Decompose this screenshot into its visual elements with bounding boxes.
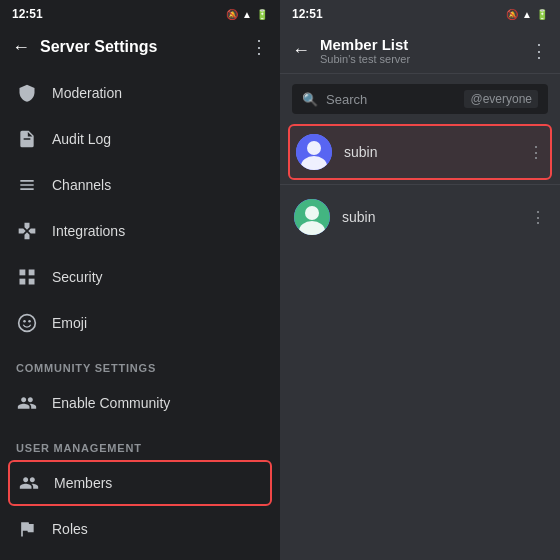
right-back-button[interactable]: ← xyxy=(292,40,310,61)
emoji-icon xyxy=(16,312,38,334)
right-notification-icon: 🔕 xyxy=(506,9,518,20)
svg-point-11 xyxy=(305,206,319,220)
svg-rect-1 xyxy=(29,270,35,276)
svg-rect-0 xyxy=(20,270,26,276)
emoji-label: Emoji xyxy=(52,315,87,331)
sidebar-item-security[interactable]: Security xyxy=(0,254,280,300)
sidebar-item-invites[interactable]: Invites xyxy=(0,552,280,560)
member-item-subin-1[interactable]: subin ⋮ xyxy=(288,124,552,180)
member-item-subin-2[interactable]: subin ⋮ xyxy=(280,189,560,245)
avatar-image-2 xyxy=(294,199,330,235)
left-panel: 12:51 🔕 ▲ 🔋 ← Server Settings ⋮ Moderati… xyxy=(0,0,280,560)
left-header: ← Server Settings ⋮ xyxy=(0,28,280,66)
moderation-label: Moderation xyxy=(52,85,122,101)
sidebar-item-enable-community[interactable]: Enable Community xyxy=(0,380,280,426)
audit-log-label: Audit Log xyxy=(52,131,111,147)
right-time: 12:51 xyxy=(292,7,323,21)
doc-icon xyxy=(16,128,38,150)
left-status-icons: 🔕 ▲ 🔋 xyxy=(226,9,268,20)
right-wifi-icon: ▲ xyxy=(522,9,532,20)
right-header-subtitle: Subin's test server xyxy=(320,53,520,65)
right-header-info: Member List Subin's test server xyxy=(320,36,520,65)
left-status-bar: 12:51 🔕 ▲ 🔋 xyxy=(0,0,280,28)
list-icon xyxy=(16,174,38,196)
sidebar-item-audit-log[interactable]: Audit Log xyxy=(0,116,280,162)
search-input[interactable]: Search xyxy=(326,92,456,107)
svg-rect-2 xyxy=(20,279,26,285)
member-more-button-2[interactable]: ⋮ xyxy=(530,208,546,227)
member-list: subin ⋮ subin ⋮ xyxy=(280,120,560,560)
search-icon: 🔍 xyxy=(302,92,318,107)
gamepad-icon xyxy=(16,220,38,242)
security-icon xyxy=(16,266,38,288)
search-bar[interactable]: 🔍 Search @everyone xyxy=(292,84,548,114)
svg-point-8 xyxy=(307,141,321,155)
member-more-button-1[interactable]: ⋮ xyxy=(528,143,544,162)
svg-point-4 xyxy=(19,315,36,332)
right-status-icons: 🔕 ▲ 🔋 xyxy=(506,9,548,20)
members-icon xyxy=(18,472,40,494)
sidebar-item-members[interactable]: Members xyxy=(8,460,272,506)
community-settings-section-header: COMMUNITY SETTINGS xyxy=(0,346,280,380)
community-icon xyxy=(16,392,38,414)
sidebar-item-moderation[interactable]: Moderation xyxy=(0,70,280,116)
right-panel: 12:51 🔕 ▲ 🔋 ← Member List Subin's test s… xyxy=(280,0,560,560)
right-more-button[interactable]: ⋮ xyxy=(530,40,548,62)
left-back-button[interactable]: ← xyxy=(12,37,30,58)
svg-rect-3 xyxy=(29,279,35,285)
member-divider xyxy=(280,184,560,185)
member-avatar-2 xyxy=(294,199,330,235)
svg-point-6 xyxy=(28,320,31,323)
search-everyone-badge: @everyone xyxy=(464,90,538,108)
left-header-title: Server Settings xyxy=(40,38,240,56)
security-label: Security xyxy=(52,269,103,285)
left-more-button[interactable]: ⋮ xyxy=(250,36,268,58)
left-time: 12:51 xyxy=(12,7,43,21)
roles-icon xyxy=(16,518,38,540)
right-battery-icon: 🔋 xyxy=(536,9,548,20)
enable-community-label: Enable Community xyxy=(52,395,170,411)
sidebar-item-channels[interactable]: Channels xyxy=(0,162,280,208)
member-name-2: subin xyxy=(342,209,518,225)
shield-icon xyxy=(16,82,38,104)
member-name-1: subin xyxy=(344,144,516,160)
battery-icon: 🔋 xyxy=(256,9,268,20)
right-header: ← Member List Subin's test server ⋮ xyxy=(280,28,560,74)
sidebar-item-roles[interactable]: Roles xyxy=(0,506,280,552)
integrations-label: Integrations xyxy=(52,223,125,239)
svg-point-5 xyxy=(23,320,26,323)
settings-list: Moderation Audit Log Channels Integratio… xyxy=(0,66,280,560)
right-header-title: Member List xyxy=(320,36,520,53)
sidebar-item-integrations[interactable]: Integrations xyxy=(0,208,280,254)
member-avatar-1 xyxy=(296,134,332,170)
avatar-image-1 xyxy=(296,134,332,170)
members-label: Members xyxy=(54,475,112,491)
right-status-bar: 12:51 🔕 ▲ 🔋 xyxy=(280,0,560,28)
channels-label: Channels xyxy=(52,177,111,193)
notification-icon: 🔕 xyxy=(226,9,238,20)
roles-label: Roles xyxy=(52,521,88,537)
sidebar-item-emoji[interactable]: Emoji xyxy=(0,300,280,346)
wifi-icon: ▲ xyxy=(242,9,252,20)
user-management-section-header: USER MANAGEMENT xyxy=(0,426,280,460)
